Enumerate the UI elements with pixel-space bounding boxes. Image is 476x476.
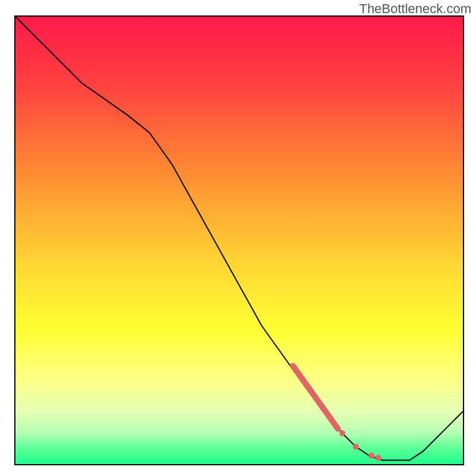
marker-point — [368, 453, 374, 459]
marker-point — [339, 430, 345, 436]
marker-point — [375, 455, 381, 461]
watermark-text: TheBottleneck.com — [359, 1, 471, 17]
bottleneck-chart: TheBottleneck.com — [0, 0, 476, 476]
chart-svg — [0, 0, 476, 476]
marker-point — [353, 444, 359, 450]
